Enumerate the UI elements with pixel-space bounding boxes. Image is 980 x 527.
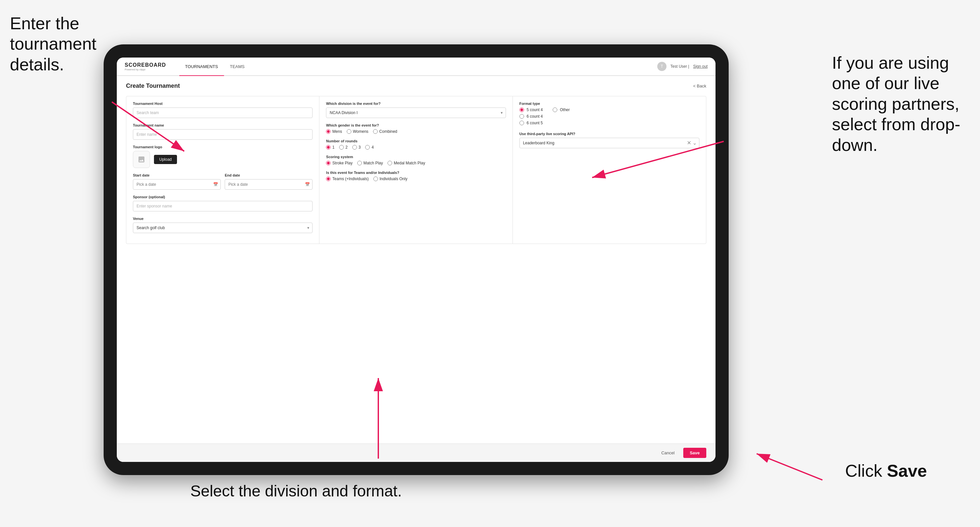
venue-select[interactable]: Search golf club (133, 222, 312, 233)
gender-group: Which gender is the event for? Mens Wome… (326, 123, 506, 134)
event-individuals-radio[interactable] (373, 176, 378, 181)
user-avatar: T (657, 62, 667, 71)
svg-line-4 (757, 454, 822, 480)
gender-label: Which gender is the event for? (326, 123, 506, 127)
navbar-right: T Test User | Sign out (657, 62, 708, 71)
rounds-3[interactable]: 3 (352, 145, 361, 149)
main-content: Create Tournament Back Tournament Host T… (117, 76, 716, 443)
rounds-1-radio[interactable] (326, 145, 331, 149)
scoring-radio-group: Stroke Play Match Play Medal Match Play (326, 161, 506, 165)
rounds-3-label: 3 (359, 145, 361, 149)
gender-womens-radio[interactable] (347, 129, 352, 134)
venue-label: Venue (133, 217, 312, 221)
format-type-label: Format type (519, 102, 699, 106)
api-clear-icon[interactable]: ✕ ⌄ (687, 140, 697, 146)
scoring-group: Scoring system Stroke Play Match Play (326, 155, 506, 165)
start-date-wrapper (133, 179, 221, 190)
form-col-2: Which division is the event for? NCAA Di… (320, 96, 512, 244)
page-header: Create Tournament Back (126, 83, 706, 89)
image-icon (137, 156, 145, 163)
gender-combined-label: Combined (379, 129, 398, 134)
tournament-host-label: Tournament Host (133, 102, 312, 106)
gender-womens-label: Womens (353, 129, 368, 134)
api-input[interactable] (519, 138, 699, 148)
format-6count4-radio[interactable] (519, 114, 524, 119)
end-date-input[interactable] (225, 179, 312, 190)
tablet-device: SCOREBOARD Powered by clippi TOURNAMENTS… (103, 44, 729, 475)
navbar: SCOREBOARD Powered by clippi TOURNAMENTS… (117, 57, 716, 76)
save-button[interactable]: Save (683, 448, 706, 458)
tournament-name-label: Tournament name (133, 123, 312, 127)
scoring-medal-match[interactable]: Medal Match Play (388, 161, 425, 165)
signout-link[interactable]: Sign out (693, 64, 708, 69)
form-col-3: Format type 5 count 4 6 count (513, 96, 706, 244)
tournament-host-group: Tournament Host (133, 102, 312, 118)
date-row: Start date End date (133, 173, 312, 190)
user-text: Test User | (670, 64, 689, 69)
format-5count4-radio[interactable] (519, 108, 524, 112)
event-teams-label: Teams (+Individuals) (332, 176, 368, 181)
scoring-stroke-label: Stroke Play (332, 161, 352, 165)
sponsor-input[interactable] (133, 201, 312, 211)
rounds-4-radio[interactable] (365, 145, 370, 149)
gender-mens-label: Mens (332, 129, 342, 134)
rounds-3-radio[interactable] (352, 145, 357, 149)
upload-button[interactable]: Upload (154, 155, 177, 164)
tournament-name-group: Tournament name (133, 123, 312, 140)
gender-womens[interactable]: Womens (347, 129, 368, 134)
event-teams[interactable]: Teams (+Individuals) (326, 176, 368, 181)
start-date-input[interactable] (133, 179, 221, 190)
rounds-2-radio[interactable] (339, 145, 344, 149)
format-6count5-radio[interactable] (519, 121, 524, 125)
cancel-button[interactable]: Cancel (656, 448, 680, 458)
logo-placeholder (133, 151, 150, 168)
format-other-label: Other (560, 108, 570, 112)
rounds-1[interactable]: 1 (326, 145, 334, 149)
tournament-logo-label: Tournament logo (133, 145, 312, 149)
back-link[interactable]: Back (693, 84, 706, 89)
scoring-stroke-radio[interactable] (326, 161, 331, 165)
rounds-4[interactable]: 4 (365, 145, 374, 149)
nav-tournaments[interactable]: TOURNAMENTS (179, 57, 224, 76)
tournament-host-input[interactable] (133, 108, 312, 118)
rounds-2[interactable]: 2 (339, 145, 348, 149)
api-group: Use third-party live scoring API? ✕ ⌄ (519, 132, 699, 148)
venue-select-wrapper: Search golf club (133, 222, 312, 233)
sponsor-label: Sponsor (optional) (133, 195, 312, 199)
annotation-bottom-center: Select the division and format. (181, 482, 411, 501)
tournament-name-input[interactable] (133, 129, 312, 140)
format-type-col2: Other (553, 108, 570, 125)
end-date-wrapper (225, 179, 312, 190)
event-individuals[interactable]: Individuals Only (373, 176, 407, 181)
format-other-radio[interactable] (553, 108, 557, 112)
scoring-medal-match-radio[interactable] (388, 161, 392, 165)
format-other[interactable]: Other (553, 108, 570, 112)
event-teams-radio[interactable] (326, 176, 331, 181)
scoring-medal-match-label: Medal Match Play (394, 161, 425, 165)
scoring-match[interactable]: Match Play (357, 161, 383, 165)
scoring-match-radio[interactable] (357, 161, 362, 165)
nav-teams[interactable]: TEAMS (224, 57, 251, 76)
sponsor-group: Sponsor (optional) (133, 195, 312, 211)
event-type-label: Is this event for Teams and/or Individua… (326, 171, 506, 175)
api-label: Use third-party live scoring API? (519, 132, 699, 136)
gender-mens[interactable]: Mens (326, 129, 342, 134)
gender-combined[interactable]: Combined (373, 129, 398, 134)
event-type-radio-group: Teams (+Individuals) Individuals Only (326, 176, 506, 181)
end-date-label: End date (225, 173, 312, 177)
rounds-radio-group: 1 2 3 (326, 145, 506, 149)
gender-combined-radio[interactable] (373, 129, 378, 134)
annotation-save-word: Save (887, 461, 927, 480)
gender-mens-radio[interactable] (326, 129, 331, 134)
division-select[interactable]: NCAA Division I (326, 108, 506, 118)
scoring-stroke[interactable]: Stroke Play (326, 161, 352, 165)
brand-title: SCOREBOARD (125, 62, 166, 68)
annotation-bottomright: Click Save (845, 460, 970, 481)
end-date-group: End date (225, 173, 312, 190)
division-group: Which division is the event for? NCAA Di… (326, 102, 506, 118)
event-individuals-label: Individuals Only (380, 176, 407, 181)
format-6count5[interactable]: 6 count 5 (519, 121, 543, 125)
format-6count4[interactable]: 6 count 4 (519, 114, 543, 119)
format-type-group: Format type 5 count 4 6 count (519, 102, 699, 125)
format-5count4[interactable]: 5 count 4 (519, 108, 543, 112)
